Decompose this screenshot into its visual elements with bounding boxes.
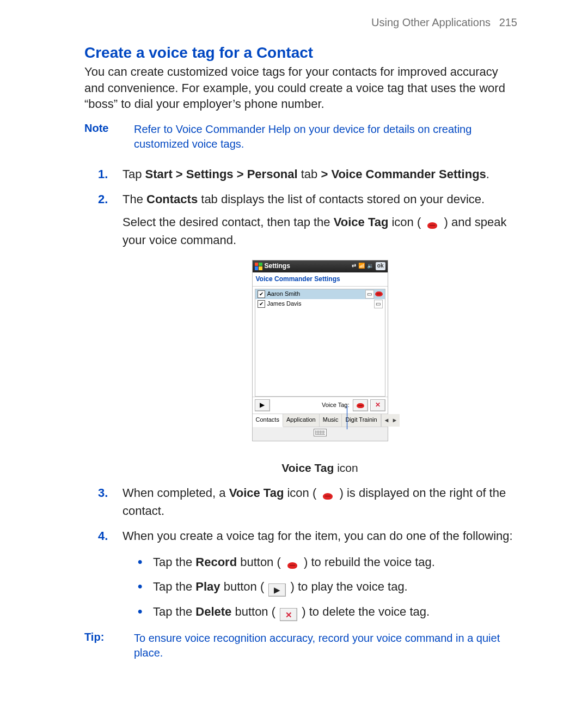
- card-icon: ▭: [365, 290, 374, 299]
- sub-bullets: Tap the Record button ( ) to rebuild the…: [133, 554, 517, 622]
- tab-music[interactable]: Music: [320, 414, 342, 427]
- bullet-play: Tap the Play button ( ▶ ) to play the vo…: [133, 578, 517, 597]
- chevron-right-icon: ►: [390, 416, 399, 425]
- device-titlebar: Settings ⇄ 📶 🔉 ok: [253, 260, 388, 272]
- keyboard-icon: [314, 429, 327, 436]
- checkbox-icon[interactable]: [258, 290, 265, 298]
- callout-line: [347, 405, 347, 429]
- contact-name: Aaron Smith: [267, 290, 301, 299]
- intro-text: You can create customized voice tags for…: [84, 64, 517, 112]
- tab-contacts[interactable]: Contacts: [253, 414, 283, 427]
- figure-caption: Voice Tag icon: [122, 460, 517, 476]
- play-button[interactable]: ▶: [255, 399, 270, 411]
- voice-tag-label: Voice Tag:: [322, 401, 350, 410]
- tip-body: To ensure voice recognition accuracy, re…: [134, 631, 517, 660]
- step-text: When completed, a Voice Tag icon ( ) is …: [122, 486, 506, 518]
- step-2: 2. The Contacts tab displays the list of…: [84, 191, 517, 477]
- bullet-record: Tap the Record button ( ) to rebuild the…: [133, 554, 517, 572]
- step-marker: 1.: [98, 166, 108, 183]
- tab-scroll[interactable]: ◄►: [381, 414, 400, 427]
- device-tabbar: Contacts Application Music Digit Trainin…: [253, 414, 388, 427]
- note-body: Refer to Voice Commander Help on your de…: [134, 122, 517, 151]
- step-text: The Contacts tab displays the list of co…: [122, 192, 485, 206]
- voice-tag-toolbar: ▶ Voice Tag: ✕: [253, 397, 388, 414]
- device-title: Settings: [265, 262, 290, 271]
- step-text: When you create a voice tag for the item…: [122, 529, 513, 543]
- step-4: 4. When you create a voice tag for the i…: [84, 527, 517, 622]
- record-button[interactable]: [353, 399, 368, 411]
- play-icon: ▶: [268, 584, 286, 597]
- bullet-delete: Tap the Delete button ( ✕ ) to delete th…: [133, 603, 517, 622]
- device-subtitle: Voice Commander Settings: [253, 272, 388, 287]
- step-marker: 3.: [98, 484, 108, 502]
- tip-block: Tip: To ensure voice recognition accurac…: [84, 631, 517, 660]
- checkbox-icon[interactable]: [258, 300, 265, 308]
- delete-button[interactable]: ✕: [370, 399, 385, 411]
- note-label: Note: [84, 122, 114, 151]
- steps-list: 1. Tap Start > Settings > Personal tab >…: [84, 166, 517, 621]
- step-marker: 4.: [98, 527, 108, 545]
- voice-tag-icon: [375, 290, 383, 297]
- device-mock: Settings ⇄ 📶 🔉 ok Voice Commander Settin…: [252, 260, 388, 442]
- step-text: Tap Start > Settings > Personal tab > Vo…: [122, 167, 489, 181]
- voice-tag-icon: [321, 490, 335, 502]
- voice-tag-icon: [425, 220, 439, 232]
- chevron-left-icon: ◄: [383, 416, 391, 425]
- step-1: 1. Tap Start > Settings > Personal tab >…: [84, 166, 517, 183]
- list-item[interactable]: James Davis ▭: [255, 299, 385, 309]
- ok-button[interactable]: ok: [376, 262, 385, 270]
- tip-label: Tip:: [84, 631, 114, 660]
- signal-icon: 📶: [358, 262, 365, 270]
- step-marker: 2.: [98, 191, 108, 208]
- running-header: Using Other Applications 215: [84, 16, 517, 29]
- contact-name: James Davis: [267, 300, 302, 308]
- delete-icon: ✕: [280, 608, 297, 621]
- note-block: Note Refer to Voice Commander Help on yo…: [84, 122, 517, 151]
- device-figure: Settings ⇄ 📶 🔉 ok Voice Commander Settin…: [122, 260, 517, 477]
- page-number: 215: [499, 16, 517, 28]
- page-title: Create a voice tag for a Contact: [84, 44, 517, 62]
- volume-icon[interactable]: 🔉: [367, 262, 373, 270]
- tab-application[interactable]: Application: [283, 414, 320, 427]
- step-text: Select the desired contact, then tap the…: [122, 214, 517, 249]
- record-icon: [285, 560, 299, 572]
- soft-input-panel[interactable]: [253, 427, 388, 441]
- list-item[interactable]: Aaron Smith ▭: [255, 289, 385, 299]
- start-icon[interactable]: [255, 263, 262, 270]
- step-3: 3. When completed, a Voice Tag icon ( ) …: [84, 484, 517, 520]
- connectivity-icon[interactable]: ⇄: [352, 262, 356, 270]
- section-name: Using Other Applications: [371, 16, 491, 28]
- card-icon: ▭: [374, 300, 383, 308]
- contacts-listbox[interactable]: Aaron Smith ▭ James Davis ▭: [255, 289, 385, 397]
- tab-digit[interactable]: Digit Trainin: [342, 414, 381, 427]
